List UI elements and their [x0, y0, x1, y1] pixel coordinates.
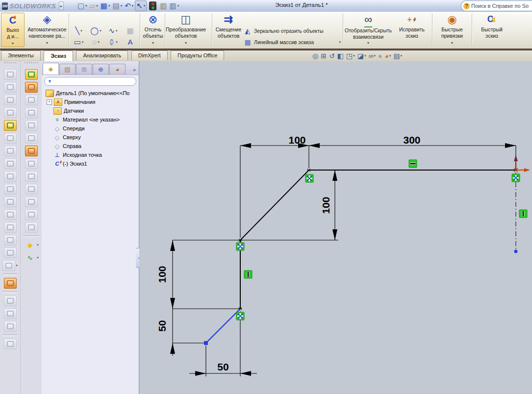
- tree-item-annotations[interactable]: + Примечания: [42, 98, 139, 106]
- view-orientation-icon[interactable]: ◳▾: [346, 52, 355, 60]
- featuremanager-tab[interactable]: ◈: [43, 63, 59, 74]
- zoom-fit-icon[interactable]: ◎: [312, 52, 319, 60]
- toolbar-grip[interactable]: [25, 62, 38, 67]
- weldments-icon[interactable]: [4, 308, 17, 319]
- tree-filter-input[interactable]: ▼: [44, 77, 136, 86]
- tree-item-origin[interactable]: Исходная точка: [42, 150, 139, 159]
- tree-item-material[interactable]: Материал <не указан>: [42, 115, 139, 124]
- centerpoint-arc-icon[interactable]: ◌▾: [87, 36, 104, 48]
- fillet-icon[interactable]: [4, 184, 17, 195]
- trim-entities-dropdown[interactable]: ▾: [152, 41, 154, 46]
- replace-face-icon[interactable]: [25, 222, 38, 233]
- line-tool-icon[interactable]: ╲▾: [70, 25, 87, 36]
- sketch-settings-icon[interactable]: ▤▾: [393, 52, 403, 60]
- offset-surface-icon[interactable]: [25, 158, 38, 169]
- rib-icon[interactable]: [4, 209, 17, 220]
- sketch-origin-marker[interactable]: [514, 155, 530, 172]
- text-tool-icon[interactable]: A: [122, 36, 139, 48]
- instant3d-icon[interactable]: [4, 339, 17, 349]
- sketch-point-star-flyout[interactable]: ▾: [37, 243, 39, 247]
- propertymanager-tab[interactable]: ▤: [59, 64, 76, 74]
- freeform-spline-flyout[interactable]: ▾: [37, 256, 39, 260]
- panel-overflow-chevron[interactable]: »: [133, 67, 138, 74]
- tab-office-products[interactable]: Продукты Office: [171, 50, 224, 60]
- hole-wizard-icon[interactable]: [4, 247, 17, 258]
- selected-endpoint[interactable]: [204, 341, 208, 345]
- ellipse-tool-dropdown[interactable]: ▾: [116, 40, 118, 44]
- rectangle-tool-dropdown[interactable]: ▾: [82, 40, 84, 44]
- filled-surface-icon[interactable]: [25, 107, 38, 118]
- tab-dimxpert[interactable]: DimXpert: [131, 50, 168, 60]
- display-relations-dropdown[interactable]: ▾: [367, 41, 369, 46]
- tree-item-sensors[interactable]: Датчики: [42, 106, 139, 115]
- display-relations-button[interactable]: Отобразить/Скрыть взаимосвязи ▾: [345, 13, 392, 46]
- tab-evaluate[interactable]: Анализировать: [76, 50, 128, 60]
- toolbar-overflow-button[interactable]: ▸: [59, 1, 64, 10]
- mirror-entities-button[interactable]: ◭ Зеркально отразить объекты: [244, 25, 342, 36]
- tree-item-front-plane[interactable]: Спереди: [42, 124, 139, 133]
- linear-sketch-pattern-button[interactable]: ▦ Линейный массив эскиза ▾: [244, 36, 342, 48]
- displaymanager-tab[interactable]: ◕: [109, 64, 126, 74]
- 3d-sketch-icon[interactable]: [4, 69, 17, 80]
- apply-scene-dropdown[interactable]: ▾: [389, 54, 391, 58]
- line-tool-dropdown[interactable]: ▾: [80, 29, 82, 33]
- dim-50-bottom[interactable]: 50: [217, 361, 228, 372]
- circle-tool-icon[interactable]: ◯▾: [87, 25, 104, 36]
- offset-entities-button[interactable]: Смещение объектов: [214, 13, 243, 46]
- dim-100-top[interactable]: 100: [288, 134, 305, 146]
- selected-sketch-line[interactable]: [206, 309, 240, 343]
- boundary-boss-icon[interactable]: [4, 171, 17, 182]
- save-dropdown[interactable]: ▾: [108, 4, 110, 8]
- new-document-dropdown[interactable]: ▾: [85, 4, 87, 8]
- extruded-boss-icon[interactable]: [4, 120, 17, 131]
- toolbar-grip[interactable]: [4, 62, 16, 67]
- knit-surface-icon[interactable]: [25, 120, 38, 131]
- revolved-boss-icon[interactable]: [4, 133, 17, 144]
- auto-dimension-dropdown[interactable]: ▾: [46, 41, 48, 46]
- sketch-settings-dropdown[interactable]: ▾: [401, 54, 403, 58]
- help-search-box[interactable]: ? Поиск в Справке по So: [461, 0, 532, 11]
- quick-snaps-dropdown[interactable]: ▾: [451, 41, 453, 46]
- spline-tool-icon[interactable]: ∿▾: [104, 25, 122, 36]
- sketch-canvas[interactable]: 100 300 100 100 50 50: [139, 61, 532, 394]
- shell-icon[interactable]: [4, 235, 17, 246]
- exit-sketch-dropdown[interactable]: ▾: [12, 41, 14, 47]
- section-view-icon[interactable]: ◧: [337, 52, 344, 60]
- dim-50-left[interactable]: 50: [156, 320, 168, 331]
- graphics-area[interactable]: 100 300 100 100 50 50: [139, 61, 532, 394]
- curves-icon[interactable]: [2, 260, 15, 271]
- appearances-icon[interactable]: ●: [378, 52, 382, 60]
- options-list-dropdown[interactable]: ▾: [177, 4, 179, 8]
- convert-entities-button[interactable]: Преобразование объектов ▾: [166, 13, 206, 46]
- configurationmanager-tab[interactable]: ⊞: [76, 64, 92, 74]
- relation-vertical-icon[interactable]: [244, 271, 252, 278]
- rapid-sketch-button[interactable]: Быстрый эскиз: [474, 13, 510, 46]
- trim-entities-button[interactable]: Отсечь объекты ▾: [141, 13, 165, 46]
- thicken-icon[interactable]: [25, 171, 38, 182]
- rectangle-tool-icon[interactable]: ▭▾: [70, 36, 87, 48]
- expand-toggle[interactable]: +: [47, 99, 52, 105]
- exit-sketch-button[interactable]: Выхо д и... ▾: [1, 13, 25, 47]
- relation-coincident-icon[interactable]: [512, 174, 520, 182]
- chamfer-icon[interactable]: [4, 197, 17, 207]
- lofted-boss-icon[interactable]: [4, 158, 17, 169]
- sheet-metal-icon[interactable]: [4, 296, 17, 306]
- relation-coincident-icon[interactable]: [305, 174, 313, 182]
- auto-dimension-button[interactable]: Автоматическое нанесение ра... ▾: [25, 13, 70, 46]
- new-document-icon[interactable]: ▢▾: [76, 1, 88, 11]
- select-cursor-icon[interactable]: ↖▾: [135, 0, 147, 11]
- untrim-surface-icon[interactable]: [25, 197, 38, 207]
- tree-item-right-plane[interactable]: Справа: [42, 142, 139, 150]
- undo-dropdown[interactable]: ▾: [132, 4, 134, 8]
- open-document-dropdown[interactable]: ▾: [96, 4, 98, 8]
- previous-view-icon[interactable]: ↺: [329, 52, 335, 60]
- dimxpertmanager-tab[interactable]: ⊕: [93, 64, 109, 74]
- select-cursor-dropdown[interactable]: ▾: [144, 4, 146, 8]
- freeform-spline-icon[interactable]: ∿: [24, 252, 36, 263]
- extruded-cut-icon[interactable]: [4, 95, 17, 105]
- relation-coincident-icon[interactable]: [236, 312, 244, 320]
- open-document-icon[interactable]: ▱▾: [89, 1, 99, 11]
- options-list-icon[interactable]: ▥▾: [169, 1, 180, 11]
- print-dropdown[interactable]: ▾: [121, 4, 123, 8]
- swept-boss-icon[interactable]: [4, 146, 17, 156]
